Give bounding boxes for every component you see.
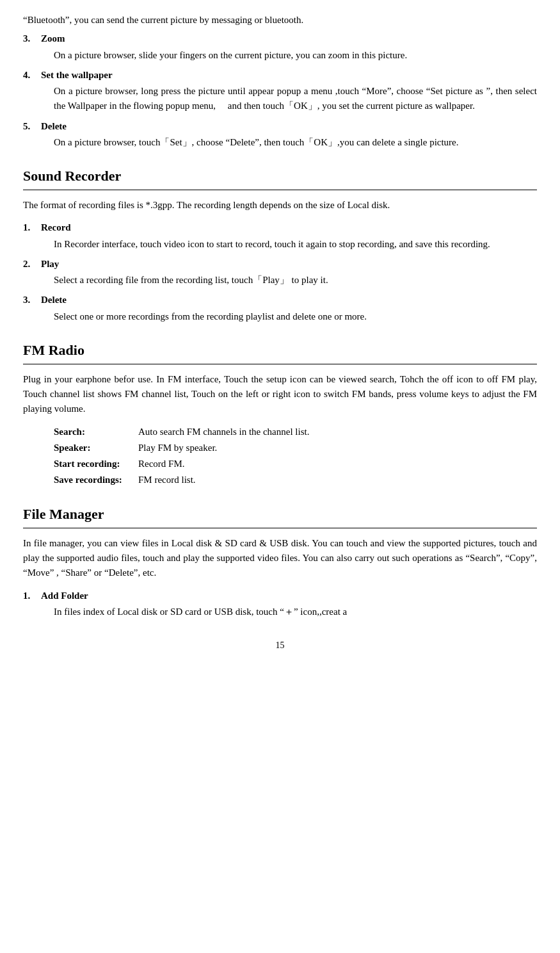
fm-save-recordings-row: Save recordings: FM record list.: [54, 473, 537, 487]
sound-recorder-intro: The format of recording files is *.3gpp.…: [23, 198, 537, 213]
list-item-wallpaper: 4. Set the wallpaper On a picture browse…: [23, 68, 537, 114]
list-number-zoom: 3.: [23, 31, 36, 46]
sound-recorder-list: 1. Record In Recorder interface, touch v…: [23, 220, 537, 324]
list-title-record: Record: [41, 220, 71, 235]
list-body-delete-recording: Select one or more recordings from the r…: [54, 309, 537, 324]
list-number-add-folder: 1.: [23, 589, 36, 603]
list-body-record: In Recorder interface, touch video icon …: [54, 237, 537, 252]
fm-speaker-label: Speaker:: [54, 441, 131, 455]
page-number: 15: [23, 639, 537, 653]
file-manager-list: 1. Add Folder In files index of Local di…: [23, 589, 537, 620]
list-item-record: 1. Record In Recorder interface, touch v…: [23, 220, 537, 252]
list-body-zoom: On a picture browser, slide your fingers…: [54, 48, 537, 63]
list-title-delete-recording: Delete: [41, 293, 67, 307]
intro-bluetooth: “Bluetooth”, you can send the current pi…: [23, 13, 537, 28]
sound-recorder-divider: [23, 190, 537, 190]
fm-save-recordings-text: FM record list.: [138, 473, 196, 487]
list-number-delete-picture: 5.: [23, 119, 36, 134]
list-title-wallpaper: Set the wallpaper: [41, 68, 113, 83]
list-body-delete-picture: On a picture browser, touch「Set」, choose…: [54, 135, 537, 150]
list-item-zoom: 3. Zoom On a picture browser, slide your…: [23, 31, 537, 63]
sound-recorder-title: Sound Recorder: [23, 165, 537, 187]
list-body-wallpaper: On a picture browser, long press the pic…: [54, 84, 537, 114]
list-title-add-folder: Add Folder: [41, 589, 88, 603]
list-title-zoom: Zoom: [41, 31, 65, 46]
file-manager-divider: [23, 528, 537, 528]
list-body-add-folder: In files index of Local disk or SD card …: [54, 605, 537, 619]
fm-radio-intro: Plug in your earphone befor use. In FM i…: [23, 372, 537, 417]
file-manager-title: File Manager: [23, 503, 537, 525]
fm-speaker-text: Play FM by speaker.: [138, 441, 217, 455]
fm-radio-title: FM Radio: [23, 339, 537, 361]
sound-recorder-section: Sound Recorder The format of recording f…: [23, 165, 537, 324]
list-item-delete-picture: 5. Delete On a picture browser, touch「Se…: [23, 119, 537, 151]
fm-search-row: Search: Auto search FM channels in the c…: [54, 425, 537, 439]
list-item-play: 2. Play Select a recording file from the…: [23, 257, 537, 288]
list-number-wallpaper: 4.: [23, 68, 36, 83]
fm-search-text: Auto search FM channels in the channel l…: [138, 425, 309, 439]
list-body-play: Select a recording file from the recordi…: [54, 273, 537, 288]
list-item-delete-recording: 3. Delete Select one or more recordings …: [23, 293, 537, 324]
file-manager-section: File Manager In file manager, you can vi…: [23, 503, 537, 619]
fm-radio-section: FM Radio Plug in your earphone befor use…: [23, 339, 537, 488]
fm-start-recording-text: Record FM.: [138, 457, 185, 471]
list-item-add-folder: 1. Add Folder In files index of Local di…: [23, 589, 537, 620]
fm-radio-divider: [23, 364, 537, 364]
list-title-play: Play: [41, 257, 59, 272]
fm-save-recordings-label: Save recordings:: [54, 473, 131, 487]
list-title-delete-picture: Delete: [41, 119, 67, 134]
file-manager-intro: In file manager, you can view files in L…: [23, 536, 537, 581]
list-number-record: 1.: [23, 220, 36, 235]
fm-search-label: Search:: [54, 425, 131, 439]
list-number-play: 2.: [23, 257, 36, 272]
list-number-delete-recording: 3.: [23, 293, 36, 307]
fm-start-recording-label: Start recording:: [54, 457, 131, 471]
fm-detail-list: Search: Auto search FM channels in the c…: [54, 425, 537, 488]
picture-browser-list: 3. Zoom On a picture browser, slide your…: [23, 31, 537, 150]
fm-speaker-row: Speaker: Play FM by speaker.: [54, 441, 537, 455]
fm-start-recording-row: Start recording: Record FM.: [54, 457, 537, 471]
